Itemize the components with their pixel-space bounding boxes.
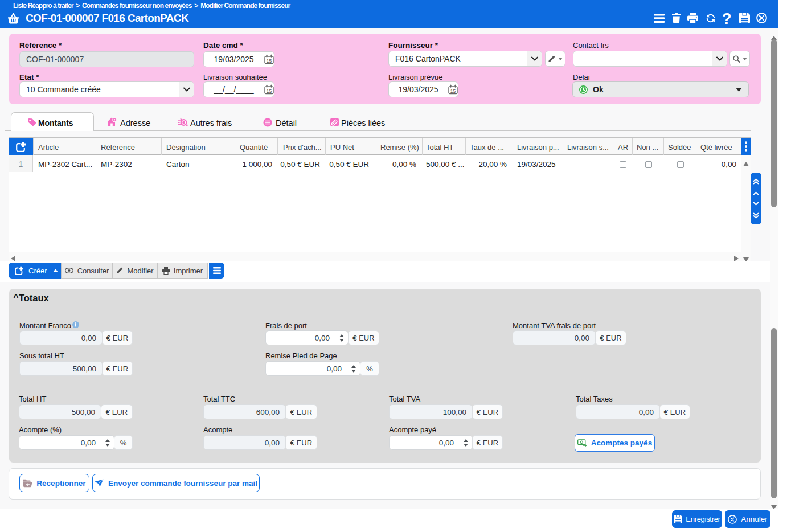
svg-text:15: 15 xyxy=(267,58,272,64)
svg-text:15: 15 xyxy=(267,88,272,94)
svg-text:15: 15 xyxy=(450,88,456,94)
